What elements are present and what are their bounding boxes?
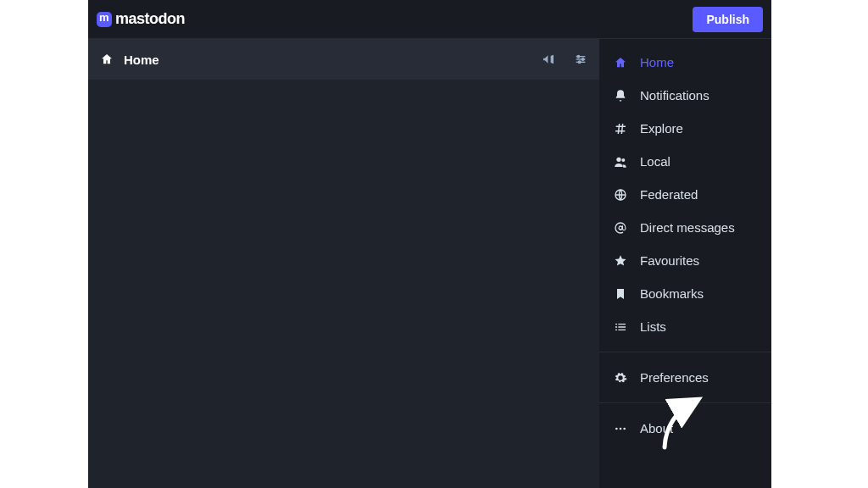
nav-local[interactable]: Local bbox=[599, 145, 771, 178]
brand-logo[interactable]: mastodon bbox=[97, 10, 185, 28]
app-viewport: mastodon Publish Home bbox=[88, 0, 771, 488]
at-icon bbox=[613, 221, 628, 235]
column-header: Home bbox=[88, 39, 599, 80]
nav-label: Bookmarks bbox=[640, 286, 704, 301]
feed bbox=[88, 80, 599, 488]
nav-label: Home bbox=[640, 55, 674, 69]
svg-point-7 bbox=[621, 158, 625, 162]
svg-point-6 bbox=[616, 157, 620, 161]
nav-about[interactable]: About bbox=[599, 412, 771, 445]
home-icon bbox=[613, 56, 628, 69]
bell-icon bbox=[613, 89, 628, 103]
nav-label: Favourites bbox=[640, 253, 699, 268]
sidebar-nav: Home Notifications Explore Local bbox=[599, 39, 771, 488]
body: Home Home bbox=[88, 39, 771, 488]
nav-label: Lists bbox=[640, 319, 666, 334]
hash-icon bbox=[613, 122, 628, 136]
nav-label: Notifications bbox=[640, 88, 709, 103]
star-icon bbox=[613, 254, 628, 268]
nav-direct-messages[interactable]: Direct messages bbox=[599, 211, 771, 244]
svg-point-11 bbox=[623, 427, 626, 430]
nav-home[interactable]: Home bbox=[599, 46, 771, 79]
main-column: Home bbox=[88, 39, 599, 488]
gear-icon bbox=[613, 371, 628, 385]
sliders-icon[interactable] bbox=[574, 53, 587, 66]
globe-icon bbox=[613, 188, 628, 202]
publish-button[interactable]: Publish bbox=[693, 7, 763, 32]
nav-notifications[interactable]: Notifications bbox=[599, 79, 771, 112]
topbar: mastodon Publish bbox=[88, 0, 771, 39]
nav-label: Explore bbox=[640, 121, 683, 136]
brand-text: mastodon bbox=[115, 10, 185, 28]
nav-label: About bbox=[640, 421, 673, 435]
mastodon-icon bbox=[97, 12, 112, 27]
announce-icon[interactable] bbox=[542, 53, 555, 66]
column-title: Home bbox=[124, 53, 159, 67]
nav-label: Federated bbox=[640, 187, 698, 202]
svg-point-10 bbox=[620, 427, 622, 430]
nav-lists[interactable]: Lists bbox=[599, 310, 771, 343]
svg-point-3 bbox=[577, 55, 580, 58]
nav-explore[interactable]: Explore bbox=[599, 112, 771, 145]
nav-label: Preferences bbox=[640, 370, 709, 385]
nav-divider bbox=[599, 352, 771, 352]
home-icon bbox=[100, 53, 114, 66]
nav-preferences[interactable]: Preferences bbox=[599, 361, 771, 394]
nav-label: Direct messages bbox=[640, 220, 735, 235]
nav-bookmarks[interactable]: Bookmarks bbox=[599, 277, 771, 310]
dots-icon bbox=[613, 422, 628, 435]
list-icon bbox=[613, 320, 628, 334]
users-icon bbox=[613, 155, 628, 169]
svg-point-5 bbox=[578, 61, 581, 64]
bookmark-icon bbox=[613, 287, 628, 301]
nav-divider bbox=[599, 402, 771, 403]
nav-federated[interactable]: Federated bbox=[599, 178, 771, 211]
svg-point-4 bbox=[581, 58, 584, 61]
nav-favourites[interactable]: Favourites bbox=[599, 244, 771, 277]
nav-label: Local bbox=[640, 154, 670, 169]
svg-point-9 bbox=[615, 427, 618, 430]
